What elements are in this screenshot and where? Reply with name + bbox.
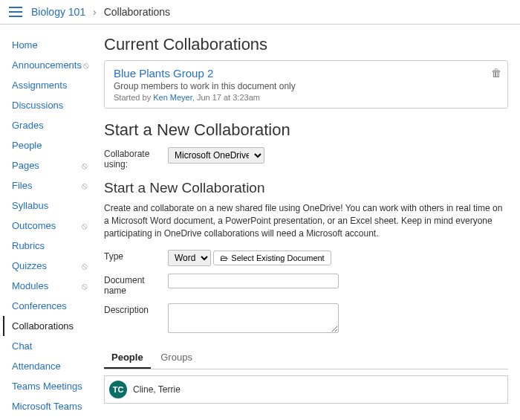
sidebar-item-assignments[interactable]: Assignments <box>12 75 88 95</box>
sidebar-item-label: Conferences <box>12 300 88 311</box>
sidebar-item-label: Collaborations <box>12 320 88 332</box>
folder-icon: 🗁 <box>220 253 228 262</box>
breadcrumb-course[interactable]: Biology 101 <box>31 6 85 18</box>
collaboration-description: Group members to work in this document o… <box>114 81 498 91</box>
eye-off-icon: ⦸ <box>82 281 88 291</box>
avatar: TC <box>109 381 127 398</box>
sidebar-item-files[interactable]: Files⦸ <box>12 175 88 196</box>
sidebar-item-label: Outcomes <box>12 220 80 231</box>
sidebar-item-label: Rubrics <box>12 240 88 251</box>
start-collaboration-subheading: Start a New Collaboration <box>104 180 508 196</box>
sidebar-item-modules[interactable]: Modules⦸ <box>12 276 88 296</box>
sidebar-item-microsoft-teams[interactable]: Microsoft Teams <box>12 396 88 416</box>
eye-off-icon: ⦸ <box>82 261 88 271</box>
sidebar-item-label: Grades <box>12 120 88 131</box>
onedrive-description: Create and collaborate on a new shared f… <box>104 202 508 239</box>
current-collaborations-heading: Current Collaborations <box>104 35 508 54</box>
type-label: Type <box>104 250 168 262</box>
sidebar-item-home[interactable]: Home <box>12 35 88 55</box>
course-sidebar: HomeAnnouncements⦸AssignmentsDiscussions… <box>0 25 92 420</box>
sidebar-item-chat[interactable]: Chat <box>12 336 88 356</box>
breadcrumb: Biology 101 › Collaborations <box>31 6 170 18</box>
sidebar-item-label: Assignments <box>12 80 88 91</box>
collaboration-meta: Started by Ken Meyer, Jun 17 at 3:23am <box>114 93 498 102</box>
page-header: Biology 101 › Collaborations <box>0 0 520 25</box>
sidebar-item-rubrics[interactable]: Rubrics <box>12 236 88 256</box>
person-name: Cline, Terrie <box>133 384 181 395</box>
sidebar-item-grades[interactable]: Grades <box>12 115 88 135</box>
sidebar-item-outcomes[interactable]: Outcomes⦸ <box>12 216 88 236</box>
document-name-label: Document name <box>104 274 168 296</box>
eye-off-icon: ⦸ <box>83 60 89 71</box>
eye-off-icon: ⦸ <box>82 161 88 171</box>
hamburger-menu-icon[interactable] <box>9 7 22 17</box>
sidebar-item-label: Teams Meetings <box>12 381 88 392</box>
collaborate-using-select[interactable]: Microsoft OneDrive <box>168 147 264 164</box>
started-by-user[interactable]: Ken Meyer <box>153 93 192 102</box>
started-by-prefix: Started by <box>114 93 153 102</box>
select-existing-document-button[interactable]: 🗁 Select Existing Document <box>213 251 331 265</box>
breadcrumb-page: Collaborations <box>104 6 171 18</box>
sidebar-item-label: People <box>12 140 88 151</box>
sidebar-item-label: Attendance <box>12 361 88 372</box>
main-content: Current Collaborations 🗑 Blue Plants Gro… <box>92 25 520 420</box>
sidebar-item-label: Announcements <box>12 59 82 71</box>
description-textarea[interactable] <box>168 303 339 333</box>
sidebar-item-syllabus[interactable]: Syllabus <box>12 196 88 216</box>
sidebar-item-quizzes[interactable]: Quizzes⦸ <box>12 256 88 276</box>
collaborator-tabs: People Groups <box>104 347 508 369</box>
sidebar-item-attendance[interactable]: Attendance <box>12 356 88 376</box>
trash-icon[interactable]: 🗑 <box>491 67 501 79</box>
sidebar-item-label: Discussions <box>12 100 88 111</box>
sidebar-item-people[interactable]: People <box>12 135 88 155</box>
sidebar-item-microsoft-onedrive[interactable]: Microsoft OneDrive <box>12 416 88 420</box>
people-list[interactable]: TCCline, Terrie <box>104 375 508 404</box>
sidebar-item-conferences[interactable]: Conferences <box>12 296 88 316</box>
sidebar-item-label: Microsoft Teams <box>12 401 88 412</box>
list-item[interactable]: TCCline, Terrie <box>108 379 504 400</box>
chevron-right-icon: › <box>93 6 97 18</box>
sidebar-item-discussions[interactable]: Discussions <box>12 95 88 115</box>
select-existing-label: Select Existing Document <box>231 253 324 262</box>
description-label: Description <box>104 303 168 315</box>
sidebar-item-label: Quizzes <box>12 260 80 271</box>
sidebar-item-collaborations[interactable]: Collaborations <box>12 316 88 336</box>
tab-people[interactable]: People <box>104 347 151 369</box>
collaborate-using-label: Collaborate using: <box>104 147 168 169</box>
type-select[interactable]: Word <box>168 250 211 266</box>
sidebar-item-label: Pages <box>12 160 80 171</box>
sidebar-item-teams-meetings[interactable]: Teams Meetings <box>12 376 88 396</box>
sidebar-item-label: Files <box>12 180 80 191</box>
sidebar-item-pages[interactable]: Pages⦸ <box>12 155 88 175</box>
collaboration-card: 🗑 Blue Plants Group 2 Group members to w… <box>104 60 508 109</box>
collaboration-title[interactable]: Blue Plants Group 2 <box>114 67 498 80</box>
sidebar-item-announcements[interactable]: Announcements⦸ <box>12 55 88 75</box>
tab-groups[interactable]: Groups <box>153 347 200 369</box>
start-collaboration-heading: Start a New Collaboration <box>104 120 508 140</box>
started-by-suffix: , Jun 17 at 3:23am <box>192 93 260 102</box>
eye-off-icon: ⦸ <box>82 181 88 191</box>
eye-off-icon: ⦸ <box>82 221 88 231</box>
sidebar-item-label: Chat <box>12 340 88 352</box>
sidebar-item-label: Syllabus <box>12 200 88 211</box>
document-name-input[interactable] <box>168 274 339 288</box>
sidebar-item-label: Home <box>12 39 88 51</box>
sidebar-item-label: Modules <box>12 280 80 291</box>
